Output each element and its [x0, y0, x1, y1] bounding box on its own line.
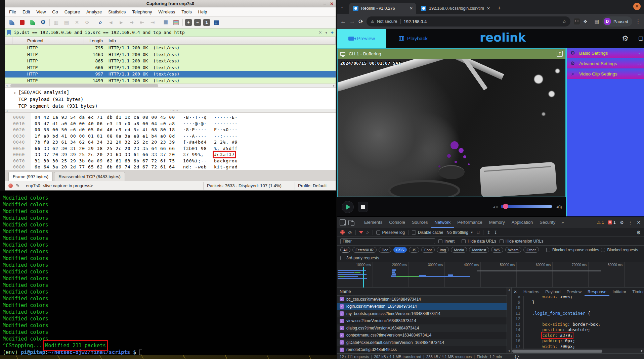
capture-options-icon[interactable]: ⚙: [39, 18, 47, 27]
tab-preview[interactable]: Preview: [337, 29, 386, 48]
auto-scroll-icon[interactable]: ≣: [162, 18, 170, 27]
play-button[interactable]: [342, 201, 354, 213]
devtools-tab-memory[interactable]: Memory: [486, 217, 508, 228]
type-filter-fetchxhr[interactable]: Fetch/XHR: [352, 247, 377, 253]
scroll-right-icon[interactable]: ▸: [333, 84, 335, 88]
type-filter-css[interactable]: CSS: [393, 247, 407, 253]
type-filter-img[interactable]: Img: [437, 247, 449, 253]
expand-icon[interactable]: ▸: [14, 91, 16, 95]
scroll-right-icon[interactable]: ▶: [641, 349, 643, 352]
packet-list-hscrollbar[interactable]: ◂ ▸: [5, 84, 336, 88]
column-info[interactable]: Info: [105, 37, 336, 44]
settings-button[interactable]: ⌕Video Clip Settings︿: [567, 69, 644, 79]
avatar[interactable]: D: [604, 18, 611, 25]
bookmark-star-icon[interactable]: ☆: [562, 19, 567, 24]
clear-icon[interactable]: ⊘: [348, 230, 352, 235]
more-tabs-icon[interactable]: »: [559, 220, 566, 225]
menu-go[interactable]: Go: [52, 9, 58, 14]
panel-tab-response[interactable]: Response: [585, 288, 609, 296]
browser-tab[interactable]: 192.168.0.4/css/login.css?tim✕: [417, 3, 493, 14]
devtools-tab-security[interactable]: Security: [536, 217, 559, 228]
chrome-menu-icon[interactable]: ⋮: [636, 18, 641, 24]
settings-button[interactable]: ⚙Advanced Settings︿: [567, 58, 644, 68]
devtools-close-icon[interactable]: ✕: [637, 220, 641, 225]
inspect-element-icon[interactable]: [340, 219, 346, 225]
terminal-prompt[interactable]: (env) pi@pitap:~/netsec-djw2/final/scrip…: [3, 349, 337, 355]
not-secure-label[interactable]: Not secure: [377, 19, 401, 24]
hex-row[interactable]: 000004 42 1a 93 54 da ec 71db d1 1c ca 0…: [5, 114, 336, 121]
menu-analyze[interactable]: Analyze: [86, 9, 102, 14]
type-filter-media[interactable]: Media: [451, 247, 467, 253]
scrollbar-thumb[interactable]: [512, 350, 602, 353]
panel-tab-preview[interactable]: Preview: [564, 288, 585, 296]
network-settings-icon[interactable]: ⚙: [636, 230, 644, 235]
go-back-icon[interactable]: ◄: [107, 18, 115, 27]
scroll-left-icon[interactable]: ◂: [6, 109, 7, 113]
packet-row[interactable]: 6HTTP865HTTP/1.1 200 OK (text/css): [5, 58, 336, 64]
record-icon[interactable]: [340, 230, 345, 235]
filter-funnel-icon[interactable]: [359, 231, 363, 234]
packet-row[interactable]: 6HTTP666HTTP/1.1 200 OK (text/css): [5, 64, 336, 71]
forward-icon[interactable]: →: [349, 18, 355, 25]
volume-knob[interactable]: [503, 204, 508, 209]
scroll-down-icon[interactable]: ▼: [508, 350, 511, 353]
request-row[interactable]: ∕my_bootstrap.min.css?timeVersion=163488…: [337, 310, 507, 317]
fullscreen-icon[interactable]: F: [557, 51, 563, 57]
packet-row[interactable]: 6HTTP997HTTP/1.1 200 OK (text/css): [5, 71, 336, 78]
tab-search-icon[interactable]: ⌄: [340, 4, 344, 9]
column-number[interactable]: [5, 37, 12, 44]
reload-icon[interactable]: ⟳: [358, 18, 363, 25]
pane-splitter-handle[interactable]: ······: [170, 109, 178, 112]
code-hscrollbar[interactable]: ▶: [512, 349, 644, 353]
first-packet-icon[interactable]: ⇤: [138, 18, 146, 27]
hex-row[interactable]: 00301f a0 bd 41 00 00 01 0108 0a 3a e8 e…: [5, 133, 336, 140]
zoom-100-icon[interactable]: 1: [203, 19, 210, 26]
capture-restart-icon[interactable]: [29, 18, 37, 27]
request-row[interactable]: ∕dialog.css?timeVersion=1634884973414: [337, 324, 507, 332]
type-filter-manifest[interactable]: Manifest: [469, 247, 489, 253]
devtools-tab-console[interactable]: Console: [386, 217, 409, 228]
devtools-menu-icon[interactable]: ⋮: [628, 220, 633, 225]
close-icon[interactable]: ✕: [330, 1, 334, 6]
packet-row[interactable]: 6HTTP1463HTTP/1.1 200 OK (text/css): [5, 51, 336, 58]
menu-edit[interactable]: Edit: [23, 9, 30, 14]
filter-dropdown-icon[interactable]: ▾: [325, 30, 327, 35]
preserve-log-checkbox[interactable]: Preserve log: [376, 230, 405, 235]
panel-tab-headers[interactable]: Headers: [520, 288, 542, 296]
profile-pill[interactable]: D Paused: [602, 16, 632, 27]
resize-columns-icon[interactable]: ▦: [212, 18, 220, 27]
mute-icon[interactable]: ◄×: [492, 205, 498, 209]
devtools-tab-sources[interactable]: Sources: [409, 217, 431, 228]
request-row[interactable]: ∕glDatePicker.default.css?timeVersion=16…: [337, 339, 507, 346]
warning-count[interactable]: ⚠ 1: [597, 220, 604, 225]
go-to-packet-icon[interactable]: ➜: [128, 18, 136, 27]
column-protocol[interactable]: Protocol: [12, 37, 84, 44]
hex-row[interactable]: 007031 30 30 25 29 3b 0a 0962 61 63 6b 6…: [5, 158, 336, 164]
close-tab-icon[interactable]: ✕: [487, 6, 490, 11]
detail-line[interactable]: ▸TCP payload (931 bytes): [14, 96, 336, 103]
search-icon[interactable]: ⌕: [367, 229, 369, 235]
address-bar[interactable]: ⚠ Not secure 192.168.0.4 ☆: [367, 16, 570, 27]
hex-row[interactable]: 005066 33 62 30 31 20 39 3825 2c 20 23 3…: [5, 146, 336, 152]
devtools-tab-performance[interactable]: Performance: [454, 217, 485, 228]
request-row[interactable]: ∕remoteConfig.d2485649.css: [337, 346, 507, 354]
capture-start-icon[interactable]: [8, 18, 16, 27]
back-icon[interactable]: ←: [340, 18, 346, 25]
throttling-dropdown[interactable]: No throttling▼: [446, 230, 473, 235]
response-body[interactable]: 8 width: 100%;9 }1011 .login_form_contai…: [512, 296, 644, 349]
minimize-icon[interactable]: –: [324, 1, 326, 6]
request-row[interactable]: ∕bc_css.css?timeVersion=1634884973414: [337, 296, 507, 303]
side-panel-icon[interactable]: ▤: [595, 19, 599, 24]
new-tab-icon[interactable]: +: [498, 5, 501, 11]
menu-view[interactable]: View: [36, 9, 46, 14]
device-toolbar-icon[interactable]: [348, 219, 354, 225]
devtools-settings-icon[interactable]: ⚙: [620, 220, 624, 225]
name-column-header[interactable]: Name: [337, 288, 507, 296]
gear-icon[interactable]: ⚙: [622, 34, 629, 43]
network-overview-timeline[interactable]: 10000 ms20000 ms30000 ms40000 ms50000 ms…: [337, 262, 644, 288]
format-code-button[interactable]: {}: [514, 354, 519, 359]
extension-icon[interactable]: [574, 18, 580, 24]
menu-wireless[interactable]: Wireless: [158, 9, 175, 14]
packet-row[interactable]: 6HTTP795HTTP/1.1 200 OK (text/css): [5, 45, 336, 51]
menu-help[interactable]: Help: [198, 9, 207, 14]
